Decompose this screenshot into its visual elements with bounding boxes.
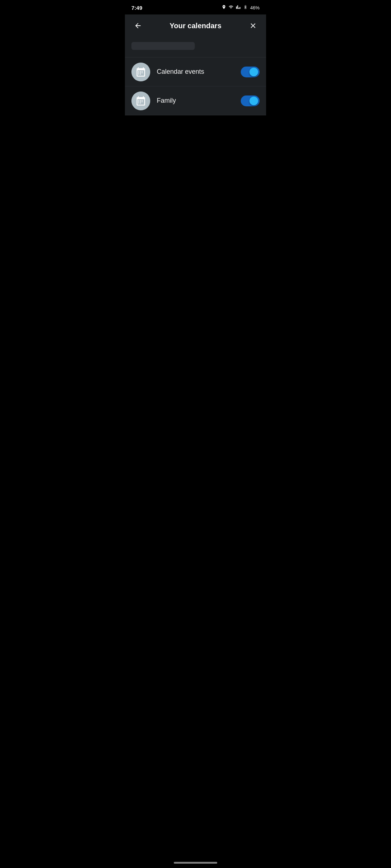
svg-rect-1 — [140, 71, 141, 72]
svg-rect-3 — [138, 72, 139, 73]
svg-rect-10 — [142, 100, 142, 101]
svg-rect-2 — [142, 71, 142, 72]
svg-rect-4 — [140, 72, 141, 73]
svg-rect-0 — [138, 71, 139, 72]
signal-icon — [236, 5, 241, 10]
family-toggle[interactable] — [241, 95, 260, 106]
status-icons: 46% — [222, 5, 260, 10]
status-bar: 7:49 46% — [125, 0, 266, 14]
calendar-family-icon — [136, 96, 146, 106]
calendar-events-toggle[interactable] — [241, 67, 260, 77]
svg-rect-14 — [138, 102, 139, 103]
calendar-item-events[interactable]: Calendar events — [125, 58, 266, 86]
family-label: Family — [157, 97, 241, 105]
svg-rect-6 — [138, 73, 139, 74]
svg-rect-7 — [140, 73, 141, 74]
svg-rect-11 — [138, 101, 139, 102]
location-icon — [222, 5, 226, 10]
account-pill — [131, 42, 195, 50]
account-section — [125, 37, 266, 58]
calendar-list: Calendar events Family — [125, 58, 266, 115]
family-icon-wrap — [131, 92, 150, 110]
wifi-icon — [228, 5, 234, 10]
calendar-icon — [136, 67, 146, 77]
svg-rect-5 — [142, 72, 142, 73]
toggle-thumb-family — [249, 97, 258, 105]
back-button[interactable] — [131, 19, 144, 32]
svg-rect-12 — [140, 101, 141, 102]
status-time: 7:49 — [131, 5, 142, 11]
close-button[interactable] — [247, 19, 260, 32]
calendar-events-icon-wrap — [131, 63, 150, 81]
page-title: Your calendars — [144, 22, 247, 30]
toggle-thumb — [249, 68, 258, 76]
svg-rect-15 — [140, 102, 141, 103]
battery-icon — [243, 5, 248, 10]
battery-percent: 46% — [250, 5, 260, 10]
calendar-item-family[interactable]: Family — [125, 86, 266, 115]
toolbar: Your calendars — [125, 14, 266, 37]
svg-rect-13 — [142, 101, 142, 102]
calendar-events-label: Calendar events — [157, 68, 241, 76]
svg-rect-8 — [138, 100, 139, 101]
svg-rect-9 — [140, 100, 141, 101]
